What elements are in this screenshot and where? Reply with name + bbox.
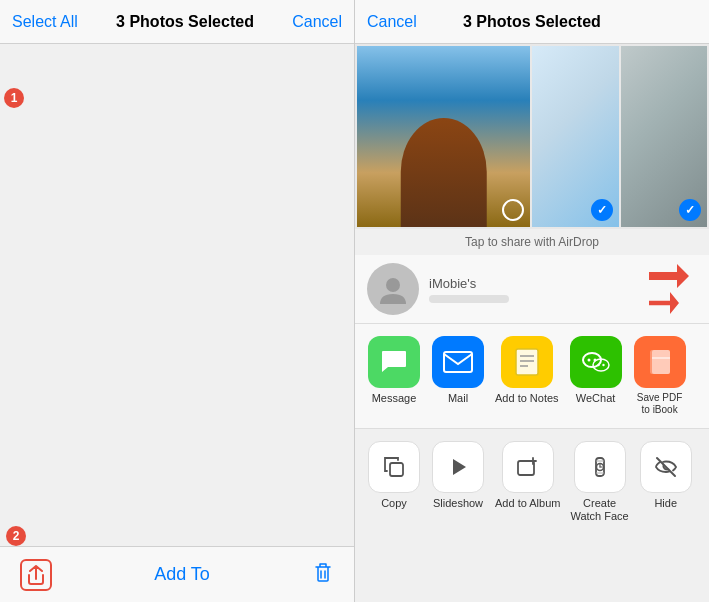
add-album-label: Add to Album xyxy=(495,497,560,510)
svg-point-0 xyxy=(386,278,400,292)
photo-grid: ♡ ♡ ♡ ♡ ♡ ♡ ♡ ♡ xyxy=(0,44,354,54)
svg-rect-18 xyxy=(518,461,534,475)
svg-marker-1 xyxy=(649,264,689,288)
svg-point-8 xyxy=(587,359,590,362)
share-notes[interactable]: Add to Notes xyxy=(491,332,563,420)
wechat-label: WeChat xyxy=(576,392,616,405)
action-row: Copy Slideshow Add to Album xyxy=(355,429,709,535)
check-circle-preview[interactable]: ✓ xyxy=(679,199,701,221)
notes-label: Add to Notes xyxy=(495,392,559,405)
add-to-button[interactable]: Add To xyxy=(154,564,210,585)
share-button[interactable] xyxy=(20,559,52,591)
slideshow-label: Slideshow xyxy=(433,497,483,510)
right-cancel-button[interactable]: Cancel xyxy=(367,13,417,31)
right-title: 3 Photos Selected xyxy=(463,13,601,31)
svg-rect-2 xyxy=(444,352,472,372)
action-add-album[interactable]: Add to Album xyxy=(491,437,564,527)
hide-label: Hide xyxy=(654,497,677,510)
left-cancel-button[interactable]: Cancel xyxy=(292,13,342,31)
svg-rect-3 xyxy=(516,349,538,375)
svg-marker-17 xyxy=(453,459,466,475)
selected-photos-preview: ✓ ✓ xyxy=(355,44,709,229)
svg-rect-14 xyxy=(652,350,670,374)
notes-icon xyxy=(501,336,553,388)
left-panel: Select All 3 Photos Selected Cancel 1 ♡ … xyxy=(0,0,355,602)
add-album-icon xyxy=(502,441,554,493)
contacts-row: iMobie's xyxy=(355,255,709,324)
watch-face-icon xyxy=(574,441,626,493)
right-panel: Cancel 3 Photos Selected ✓ ✓ Tap to shar… xyxy=(355,0,709,602)
preview-cell-cabin[interactable]: ✓ xyxy=(621,46,708,227)
right-toolbar: Cancel 3 Photos Selected xyxy=(355,0,709,44)
slideshow-icon xyxy=(432,441,484,493)
share-actions: Message Mail Add to Notes xyxy=(355,324,709,429)
share-message[interactable]: Message xyxy=(363,332,425,420)
left-toolbar: Select All 3 Photos Selected Cancel xyxy=(0,0,354,44)
contact-avatar[interactable] xyxy=(367,263,419,315)
airdrop-hint: Tap to share with AirDrop xyxy=(355,229,709,255)
svg-rect-16 xyxy=(390,463,403,476)
left-title: 3 Photos Selected xyxy=(116,13,254,31)
share-ibook[interactable]: Save PDFto iBook xyxy=(629,332,691,420)
copy-icon xyxy=(368,441,420,493)
watch-face-label: CreateWatch Face xyxy=(570,497,628,523)
action-slideshow[interactable]: Slideshow xyxy=(427,437,489,527)
ibook-label: Save PDFto iBook xyxy=(637,392,683,416)
action-hide[interactable]: Hide xyxy=(635,437,697,527)
message-label: Message xyxy=(372,392,417,405)
contact-sub xyxy=(429,295,509,303)
preview-cell-beach[interactable] xyxy=(357,46,530,227)
select-all-button[interactable]: Select All xyxy=(12,13,78,31)
share-wechat[interactable]: WeChat xyxy=(565,332,627,420)
wechat-icon xyxy=(570,336,622,388)
badge-2: 2 xyxy=(6,526,26,546)
hide-icon xyxy=(640,441,692,493)
share-row: Message Mail Add to Notes xyxy=(355,332,709,420)
badge-1: 1 xyxy=(4,88,24,108)
arrow-indicator xyxy=(649,264,689,314)
ibook-icon xyxy=(634,336,686,388)
svg-point-12 xyxy=(602,364,604,366)
preview-cell-snow[interactable]: ✓ xyxy=(532,46,619,227)
check-circle-preview[interactable] xyxy=(502,199,524,221)
bottom-toolbar: 2 Add To xyxy=(0,546,354,602)
svg-point-11 xyxy=(597,364,599,366)
mail-label: Mail xyxy=(448,392,468,405)
copy-label: Copy xyxy=(381,497,407,510)
action-copy[interactable]: Copy xyxy=(363,437,425,527)
message-icon xyxy=(368,336,420,388)
check-circle-preview[interactable]: ✓ xyxy=(591,199,613,221)
mail-icon xyxy=(432,336,484,388)
share-mail[interactable]: Mail xyxy=(427,332,489,420)
trash-button[interactable] xyxy=(312,561,334,588)
action-watch-face[interactable]: CreateWatch Face xyxy=(566,437,632,527)
